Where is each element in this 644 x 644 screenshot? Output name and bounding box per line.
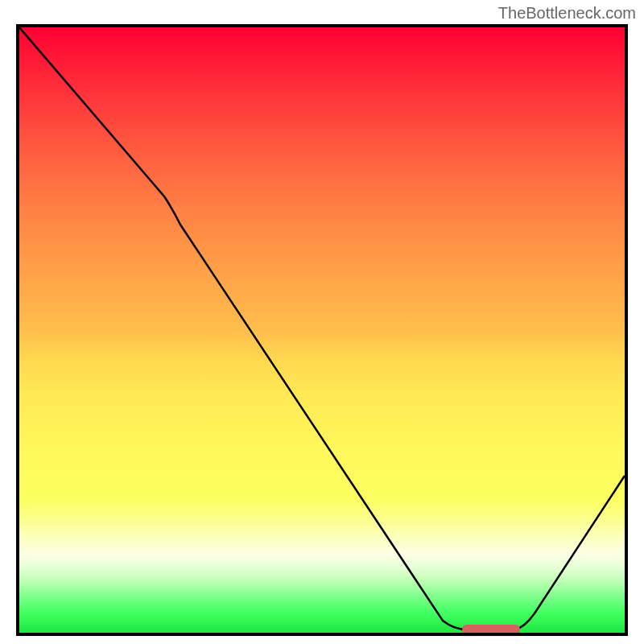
curve-layer [19, 27, 625, 633]
chart-container: TheBottleneck.com [0, 0, 644, 644]
bottleneck-curve-line [19, 27, 625, 630]
bottleneck-gradient-plot [16, 24, 628, 636]
watermark-text: TheBottleneck.com [498, 4, 636, 23]
